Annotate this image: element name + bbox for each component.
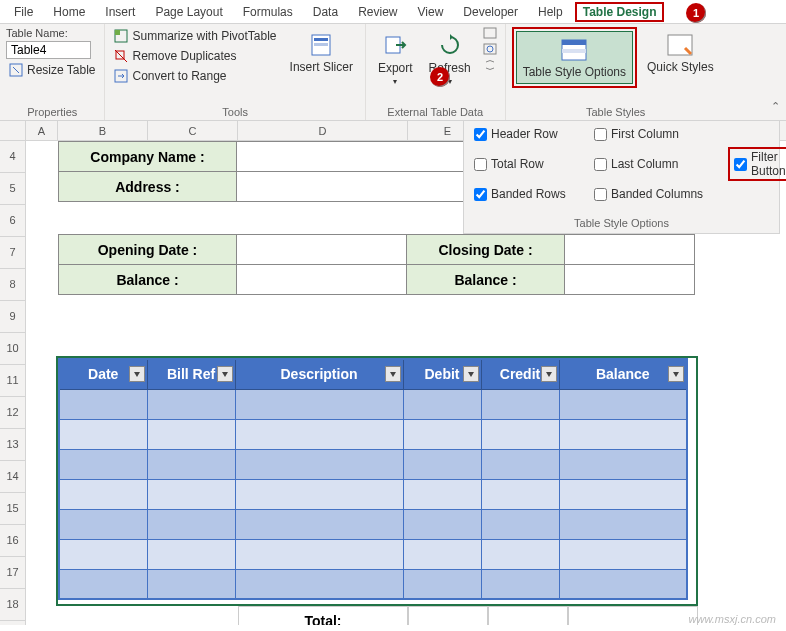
total-debit-cell[interactable] [408,606,488,625]
tab-view[interactable]: View [408,2,454,22]
remove-duplicates-button[interactable]: Remove Duplicates [111,47,279,65]
total-balance-cell[interactable] [568,606,698,625]
tab-formulas[interactable]: Formulas [233,2,303,22]
chk-last-column[interactable]: Last Column [594,147,714,181]
th-debit-label: Debit [425,366,460,382]
filter-icon[interactable] [385,366,401,382]
svg-rect-7 [314,43,328,46]
col-header-B[interactable]: B [58,121,148,140]
filter-icon[interactable] [668,366,684,382]
th-credit[interactable]: Credit [481,359,559,389]
row-header-19[interactable]: 19 [0,621,26,625]
tab-review[interactable]: Review [348,2,407,22]
convert-range-button[interactable]: Convert to Range [111,67,279,85]
insert-slicer-button[interactable]: Insert Slicer [284,27,359,78]
tab-file[interactable]: File [4,2,43,22]
remove-dup-label: Remove Duplicates [132,49,236,63]
row-header-18[interactable]: 18 [0,589,26,621]
tab-developer[interactable]: Developer [453,2,528,22]
chk-banded-rows[interactable]: Banded Rows [474,187,584,201]
th-date[interactable]: Date [59,359,147,389]
convert-icon [114,69,128,83]
svg-point-11 [487,46,493,52]
table-row[interactable] [59,479,687,509]
chk-filter-button[interactable]: Filter Button [734,150,786,178]
row-header-5[interactable]: 5 [0,173,26,205]
tab-page-layout[interactable]: Page Layout [145,2,232,22]
watermark: www.msxj.cn.com [689,613,776,625]
summarize-pivot-button[interactable]: Summarize with PivotTable [111,27,279,45]
opening-balance-label: Balance : [59,265,237,295]
tab-data[interactable]: Data [303,2,348,22]
tab-insert[interactable]: Insert [95,2,145,22]
row-header-15[interactable]: 15 [0,493,26,525]
closing-date-label: Closing Date : [407,235,565,265]
filter-icon[interactable] [541,366,557,382]
export-label: Export [378,61,413,75]
table-row[interactable] [59,509,687,539]
ribbon-group-properties: Table Name: Resize Table Properties [0,24,105,120]
row-header-6[interactable]: 6 [0,205,26,237]
total-credit-cell[interactable] [488,606,568,625]
chk-banded-columns[interactable]: Banded Columns [594,187,714,201]
table-row[interactable] [59,389,687,419]
filter-icon[interactable] [463,366,479,382]
row-header-9[interactable]: 9 [0,301,26,333]
row-header-16[interactable]: 16 [0,525,26,557]
row-header-10[interactable]: 10 [0,333,26,365]
chk-header-row[interactable]: Header Row [474,127,584,141]
chk-header-row-label: Header Row [491,127,558,141]
row-header-13[interactable]: 13 [0,429,26,461]
select-all-corner[interactable] [0,121,26,140]
th-debit[interactable]: Debit [403,359,481,389]
tab-home[interactable]: Home [43,2,95,22]
row-header-17[interactable]: 17 [0,557,26,589]
properties-small-icon[interactable] [483,27,499,41]
row-header-14[interactable]: 14 [0,461,26,493]
col-header-C[interactable]: C [148,121,238,140]
table-row[interactable] [59,449,687,479]
row-header-4[interactable]: 4 [0,141,26,173]
th-desc-label: Description [280,366,357,382]
closing-balance-cell[interactable] [565,265,695,295]
tab-table-design[interactable]: Table Design [583,5,657,19]
resize-table-button[interactable]: Resize Table [6,61,98,79]
table-row[interactable] [59,569,687,599]
unlink-icon[interactable] [483,59,499,73]
export-button[interactable]: Export ▾ [372,27,419,90]
th-credit-label: Credit [500,366,540,382]
opening-date-cell[interactable] [237,235,407,265]
row-header-8[interactable]: 8 [0,269,26,301]
opening-balance-cell[interactable] [237,265,407,295]
table-name-input[interactable] [6,41,91,59]
filter-icon[interactable] [129,366,145,382]
ledger-data-table[interactable]: Date Bill Ref Description Debit Credit B… [58,358,688,600]
row-header-11[interactable]: 11 [0,365,26,397]
th-billref[interactable]: Bill Ref [147,359,235,389]
table-style-options-button[interactable]: Table Style Options [516,31,633,84]
col-header-D[interactable]: D [238,121,408,140]
row-header-12[interactable]: 12 [0,397,26,429]
table-style-options-callout: Table Style Options [512,27,637,88]
collapse-ribbon-icon[interactable]: ⌃ [771,100,780,113]
tab-help[interactable]: Help [528,2,573,22]
row-header-7[interactable]: 7 [0,237,26,269]
address-label: Address : [59,172,237,202]
chk-banded-rows-label: Banded Rows [491,187,566,201]
th-description[interactable]: Description [235,359,403,389]
closing-date-cell[interactable] [565,235,695,265]
open-browser-icon[interactable] [483,43,499,57]
table-row[interactable] [59,419,687,449]
th-balance[interactable]: Balance [559,359,687,389]
filter-icon[interactable] [217,366,233,382]
table-row[interactable] [59,539,687,569]
th-billref-label: Bill Ref [167,366,215,382]
quick-styles-button[interactable]: Quick Styles [641,27,720,78]
remove-dup-icon [114,49,128,63]
chk-first-column[interactable]: First Column [594,127,714,141]
col-header-A[interactable]: A [26,121,58,140]
chk-total-row-label: Total Row [491,157,544,171]
refresh-icon [436,31,464,59]
chk-total-row[interactable]: Total Row [474,147,584,181]
company-name-label: Company Name : [59,142,237,172]
